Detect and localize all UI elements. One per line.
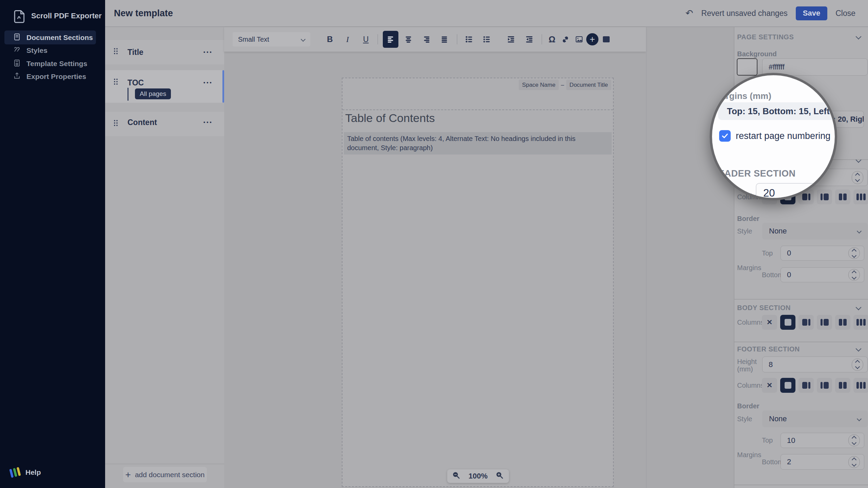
magnified-restart-checkbox[interactable] [719, 130, 731, 142]
quotes-icon [13, 46, 21, 55]
columns-two-button[interactable] [835, 189, 850, 204]
toc-placeholder-block[interactable]: Table of contents (Max levels: 4, Altern… [344, 132, 612, 155]
drag-handle-icon[interactable] [114, 48, 118, 54]
template-settings-icon [13, 59, 21, 68]
canvas-divider [646, 27, 647, 488]
close-button[interactable]: Close [835, 9, 855, 18]
footer-border-label: Border [737, 402, 760, 410]
ordered-list-button[interactable] [462, 32, 476, 46]
text-style-select[interactable]: Small Text [233, 32, 310, 46]
columns-right-wide-button[interactable] [817, 315, 832, 330]
header-placeholder-chips: Space Name – Document Title [519, 80, 611, 90]
table-button[interactable] [599, 32, 613, 46]
body-columns-label: Columns [737, 319, 764, 326]
all-pages-badge: All pages [135, 88, 171, 99]
stepper-icon[interactable] [852, 359, 863, 371]
help-button[interactable]: Help [0, 464, 105, 481]
sidebar-item-export-properties[interactable]: Export Properties [4, 69, 96, 83]
stepper-icon[interactable] [848, 269, 860, 281]
revert-changes-button[interactable]: Revert unsaved changes [701, 9, 787, 18]
footer-columns-label: Columns [737, 382, 764, 389]
link-button[interactable] [558, 32, 572, 46]
sidebar-item-label: Template Settings [26, 60, 87, 68]
columns-three-button[interactable] [853, 189, 868, 204]
section-menu-button[interactable]: ••• [203, 80, 213, 85]
columns-single-button[interactable] [780, 315, 795, 330]
header-border-style-value: None [769, 227, 787, 236]
collapse-chevron-icon[interactable] [856, 34, 862, 40]
indent-increase-button[interactable] [504, 32, 518, 46]
footer-border-style-value: None [769, 414, 787, 423]
toc-heading: Table of Contents [345, 111, 435, 125]
sidebar-item-styles[interactable]: Styles [4, 43, 96, 57]
page-header-region[interactable]: Space Name – Document Title [342, 78, 613, 110]
header-border-style-select[interactable]: None [762, 223, 868, 240]
stepper-icon[interactable] [848, 434, 860, 446]
section-row-toc[interactable]: TOC ••• All pages [105, 70, 224, 103]
italic-button[interactable]: I [340, 32, 355, 46]
section-label: TOC [127, 78, 144, 87]
header-margin-bottom-input[interactable]: 0 [781, 267, 864, 282]
zoom-in-button[interactable] [495, 471, 504, 481]
plus-icon: + [125, 469, 131, 480]
drag-handle-icon[interactable] [114, 79, 118, 85]
columns-two-button[interactable] [835, 378, 850, 393]
footer-margin-top-label: Top [762, 436, 773, 444]
drag-handle-icon[interactable] [114, 120, 118, 126]
align-right-button[interactable] [420, 32, 434, 46]
pdf-page-preview: Space Name – Document Title Table of Con… [342, 78, 614, 487]
underline-button[interactable]: U [359, 32, 373, 46]
columns-none-button[interactable]: ✕ [762, 378, 777, 393]
image-button[interactable] [572, 32, 586, 46]
collapse-chevron-icon[interactable] [856, 305, 862, 310]
section-row-title[interactable]: Title ••• [105, 40, 224, 64]
columns-right-wide-button[interactable] [817, 189, 832, 204]
columns-left-wide-button[interactable] [798, 315, 814, 330]
footer-margin-bottom-value: 2 [781, 458, 791, 466]
header-style-label: Style [737, 227, 752, 235]
zoom-out-button[interactable] [452, 471, 461, 481]
stepper-icon[interactable] [848, 247, 860, 259]
sidebar-item-template-settings[interactable]: Template Settings [4, 57, 96, 70]
indent-decrease-button[interactable] [522, 32, 536, 46]
header-margin-top-input[interactable]: 0 [781, 246, 864, 261]
align-left-button[interactable] [383, 31, 398, 48]
insert-macro-button[interactable]: + [585, 32, 599, 46]
add-document-section-button[interactable]: + add document section [123, 467, 207, 482]
footer-height-input[interactable]: 8 [762, 357, 868, 372]
stepper-icon[interactable] [848, 456, 860, 468]
richtext-toolbar: Small Text B I U Ω [224, 27, 646, 52]
footer-margin-bottom-input[interactable]: 2 [781, 454, 864, 470]
columns-right-wide-button[interactable] [817, 378, 832, 393]
sidebar-item-document-sections[interactable]: Document Sections [4, 30, 96, 44]
sub-item-line [127, 88, 129, 101]
section-menu-button[interactable]: ••• [203, 119, 213, 125]
bold-button[interactable]: B [323, 32, 337, 46]
save-button[interactable]: Save [796, 6, 827, 20]
collapse-chevron-icon[interactable] [856, 157, 862, 163]
columns-single-button[interactable] [780, 378, 795, 393]
stepper-icon[interactable] [852, 171, 863, 184]
document-sections-panel: Title ••• TOC ••• All pages Content ••• … [105, 27, 224, 488]
columns-left-wide-button[interactable] [798, 378, 814, 393]
magnified-header-section-title: EADER SECTION [718, 168, 796, 179]
footer-border-style-select[interactable]: None [762, 410, 868, 427]
columns-three-button[interactable] [853, 315, 868, 330]
columns-three-button[interactable] [853, 378, 868, 393]
footer-margin-top-input[interactable]: 10 [781, 433, 864, 448]
special-character-button[interactable]: Ω [545, 32, 559, 46]
collapse-chevron-icon[interactable] [856, 346, 862, 352]
bullet-list-button[interactable] [479, 32, 494, 46]
header-actions: ↶ Revert unsaved changes Save Close [686, 0, 855, 26]
align-center-button[interactable] [401, 32, 416, 46]
align-justify-button[interactable] [437, 32, 452, 46]
page-settings-title: PAGE SETTINGS [737, 33, 794, 41]
columns-two-button[interactable] [835, 315, 850, 330]
document-sections-icon [13, 33, 21, 42]
toolbar-separator [377, 34, 378, 44]
section-divider [734, 485, 868, 485]
background-color-swatch[interactable] [737, 58, 757, 76]
columns-none-button[interactable]: ✕ [762, 315, 777, 330]
section-menu-button[interactable]: ••• [203, 49, 213, 55]
section-row-content[interactable]: Content ••• [105, 112, 224, 136]
